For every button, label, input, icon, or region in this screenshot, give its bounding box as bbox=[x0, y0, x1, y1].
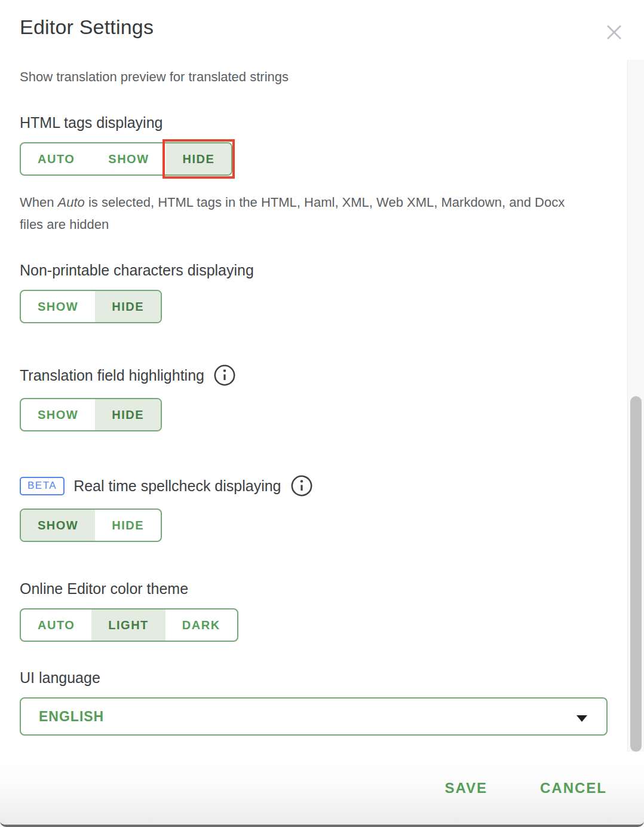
chevron-down-icon bbox=[576, 715, 587, 722]
option-auto[interactable]: AUTO bbox=[21, 609, 91, 641]
setting-ui-language: UI language ENGLISH bbox=[20, 669, 627, 736]
page-title: Editor Settings bbox=[20, 16, 154, 39]
html-tags-toggle: AUTO SHOW HIDE bbox=[20, 142, 232, 176]
setting-label: HTML tags displaying bbox=[20, 114, 162, 131]
setting-spellcheck: BETA Real time spellcheck displaying SHO… bbox=[20, 474, 627, 542]
setting-label: Translation field highlighting bbox=[20, 367, 204, 384]
settings-scroll-area: Show translation preview for translated … bbox=[0, 60, 627, 749]
spellcheck-toggle: SHOW HIDE bbox=[20, 509, 162, 542]
beta-badge: BETA bbox=[20, 477, 65, 495]
setting-field-highlighting: Translation field highlighting SHOW HIDE bbox=[20, 364, 627, 431]
option-hide[interactable]: HIDE bbox=[95, 399, 161, 430]
option-show[interactable]: SHOW bbox=[91, 143, 165, 174]
scrollbar-track[interactable] bbox=[627, 60, 644, 752]
dialog-footer: SAVE CANCEL bbox=[0, 752, 644, 825]
option-hide[interactable]: HIDE bbox=[95, 291, 161, 322]
option-show[interactable]: SHOW bbox=[21, 510, 95, 541]
setting-color-theme: Online Editor color theme AUTO LIGHT DAR… bbox=[20, 580, 627, 642]
setting-non-printable: Non-printable characters displaying SHOW… bbox=[20, 262, 627, 323]
setting-label: Online Editor color theme bbox=[20, 580, 188, 597]
option-dark[interactable]: DARK bbox=[165, 609, 237, 641]
close-icon bbox=[602, 20, 626, 44]
scrollbar-thumb[interactable] bbox=[630, 396, 642, 752]
info-icon[interactable] bbox=[290, 474, 313, 497]
non-printable-toggle: SHOW HIDE bbox=[20, 290, 162, 323]
option-show[interactable]: SHOW bbox=[21, 291, 95, 322]
field-highlighting-toggle: SHOW HIDE bbox=[20, 398, 162, 431]
close-button[interactable] bbox=[602, 20, 626, 44]
option-hide-label: HIDE bbox=[183, 152, 215, 166]
dialog-header: Editor Settings bbox=[0, 0, 644, 60]
color-theme-toggle: AUTO LIGHT DARK bbox=[20, 608, 238, 642]
cancel-button[interactable]: CANCEL bbox=[540, 780, 607, 797]
save-button[interactable]: SAVE bbox=[444, 780, 487, 797]
setting-html-tags: HTML tags displaying AUTO SHOW HIDE When… bbox=[20, 114, 627, 235]
setting-label: Real time spellcheck displaying bbox=[73, 477, 281, 494]
dropdown-selected-value: ENGLISH bbox=[21, 709, 104, 725]
translation-preview-note: Show translation preview for translated … bbox=[20, 70, 627, 84]
setting-label: UI language bbox=[20, 669, 100, 686]
editor-settings-dialog: Editor Settings Show translation preview… bbox=[0, 0, 644, 827]
info-icon[interactable] bbox=[213, 364, 236, 387]
setting-label: Non-printable characters displaying bbox=[20, 262, 254, 278]
option-hide[interactable]: HIDE bbox=[95, 510, 161, 541]
option-hide[interactable]: HIDE bbox=[166, 143, 232, 174]
option-light[interactable]: LIGHT bbox=[91, 609, 165, 641]
option-show[interactable]: SHOW bbox=[21, 399, 95, 430]
option-auto[interactable]: AUTO bbox=[21, 143, 91, 174]
ui-language-dropdown[interactable]: ENGLISH bbox=[20, 697, 608, 736]
setting-description: When Auto is selected, HTML tags in the … bbox=[20, 191, 581, 235]
